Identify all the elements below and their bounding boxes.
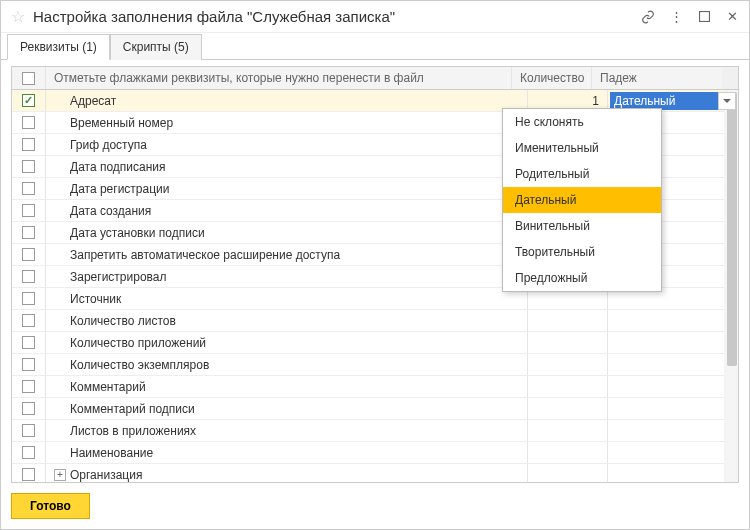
header-case[interactable]: Падеж bbox=[592, 67, 722, 89]
row-checkbox[interactable] bbox=[22, 468, 35, 481]
row-name: Адресат bbox=[70, 94, 116, 108]
header-name[interactable]: Отметьте флажками реквизиты, которые нуж… bbox=[46, 67, 512, 89]
row-name-cell: Источник bbox=[46, 288, 528, 309]
table-row[interactable]: Комментарий bbox=[12, 376, 738, 398]
maximize-icon[interactable] bbox=[697, 10, 711, 24]
row-checkbox[interactable] bbox=[22, 116, 35, 129]
row-checkbox[interactable] bbox=[22, 226, 35, 239]
table-row[interactable]: Количество экземпляров bbox=[12, 354, 738, 376]
row-name: Наименование bbox=[70, 446, 153, 460]
row-qty-cell bbox=[528, 420, 608, 441]
dropdown-item[interactable]: Винительный bbox=[503, 213, 661, 239]
table-row[interactable]: Количество приложений bbox=[12, 332, 738, 354]
row-check-cell bbox=[12, 156, 46, 177]
row-name: Запретить автоматическое расширение дост… bbox=[70, 248, 340, 262]
row-name: Дата регистрации bbox=[70, 182, 169, 196]
ready-button[interactable]: Готово bbox=[11, 493, 90, 519]
row-qty-cell bbox=[528, 442, 608, 463]
row-check-cell bbox=[12, 90, 46, 111]
row-qty-cell bbox=[528, 376, 608, 397]
tabs: Реквизиты (1) Скрипты (5) bbox=[1, 33, 749, 60]
row-name-cell: Зарегистрировал bbox=[46, 266, 528, 287]
row-name-cell: Дата регистрации bbox=[46, 178, 528, 199]
row-checkbox[interactable] bbox=[22, 424, 35, 437]
row-check-cell bbox=[12, 288, 46, 309]
row-name-cell: Адресат bbox=[46, 90, 528, 111]
row-check-cell bbox=[12, 376, 46, 397]
row-check-cell bbox=[12, 244, 46, 265]
row-name-cell: Количество листов bbox=[46, 310, 528, 331]
row-checkbox[interactable] bbox=[22, 182, 35, 195]
row-check-cell bbox=[12, 310, 46, 331]
expand-icon[interactable]: + bbox=[54, 469, 66, 481]
row-check-cell bbox=[12, 420, 46, 441]
row-checkbox[interactable] bbox=[22, 160, 35, 173]
case-dropdown-button[interactable] bbox=[718, 92, 736, 110]
window: ☆ Настройка заполнения файла "Служебная … bbox=[0, 0, 750, 530]
row-checkbox[interactable] bbox=[22, 336, 35, 349]
dropdown-item[interactable]: Именительный bbox=[503, 135, 661, 161]
row-name: Дата подписания bbox=[70, 160, 166, 174]
table-row[interactable]: Количество листов bbox=[12, 310, 738, 332]
row-check-cell bbox=[12, 178, 46, 199]
header-checkbox-col bbox=[12, 67, 46, 89]
table-row[interactable]: +Организация bbox=[12, 464, 738, 482]
row-checkbox[interactable] bbox=[22, 138, 35, 151]
more-icon[interactable]: ⋮ bbox=[669, 10, 683, 24]
row-name-cell: Дата установки подписи bbox=[46, 222, 528, 243]
table-row[interactable]: Комментарий подписи bbox=[12, 398, 738, 420]
tab-scripts[interactable]: Скрипты (5) bbox=[110, 34, 202, 60]
row-case-cell bbox=[608, 310, 738, 331]
row-name: Дата установки подписи bbox=[70, 226, 205, 240]
row-name-cell: +Организация bbox=[46, 464, 528, 482]
row-case-cell bbox=[608, 332, 738, 353]
row-name-cell: Временный номер bbox=[46, 112, 528, 133]
footer: Готово bbox=[1, 483, 749, 529]
row-checkbox[interactable] bbox=[22, 402, 35, 415]
link-icon[interactable] bbox=[641, 10, 655, 24]
case-input[interactable]: Дательный bbox=[610, 92, 718, 110]
row-name: Количество экземпляров bbox=[70, 358, 209, 372]
dropdown-item[interactable]: Родительный bbox=[503, 161, 661, 187]
row-name-cell: Листов в приложениях bbox=[46, 420, 528, 441]
row-name: Организация bbox=[70, 468, 142, 482]
row-case-cell bbox=[608, 464, 738, 482]
grid-header: Отметьте флажками реквизиты, которые нуж… bbox=[12, 67, 738, 90]
close-icon[interactable]: ✕ bbox=[725, 10, 739, 24]
header-qty[interactable]: Количество bbox=[512, 67, 592, 89]
row-name: Количество листов bbox=[70, 314, 176, 328]
row-check-cell bbox=[12, 222, 46, 243]
row-name-cell: Наименование bbox=[46, 442, 528, 463]
svg-rect-0 bbox=[699, 12, 709, 22]
row-checkbox[interactable] bbox=[22, 248, 35, 261]
dropdown-item[interactable]: Предложный bbox=[503, 265, 661, 291]
favorite-star-icon[interactable]: ☆ bbox=[11, 7, 25, 26]
row-name: Листов в приложениях bbox=[70, 424, 196, 438]
dropdown-item[interactable]: Не склонять bbox=[503, 109, 661, 135]
row-case-cell bbox=[608, 420, 738, 441]
row-checkbox[interactable] bbox=[22, 94, 35, 107]
row-name-cell: Комментарий bbox=[46, 376, 528, 397]
dropdown-item[interactable]: Дательный bbox=[503, 187, 661, 213]
row-name: Комментарий bbox=[70, 380, 146, 394]
row-name: Зарегистрировал bbox=[70, 270, 167, 284]
header-checkbox[interactable] bbox=[22, 72, 35, 85]
table-row[interactable]: Наименование bbox=[12, 442, 738, 464]
row-checkbox[interactable] bbox=[22, 446, 35, 459]
dropdown-item[interactable]: Творительный bbox=[503, 239, 661, 265]
row-check-cell bbox=[12, 332, 46, 353]
row-checkbox[interactable] bbox=[22, 204, 35, 217]
tab-requisites[interactable]: Реквизиты (1) bbox=[7, 34, 110, 60]
row-checkbox[interactable] bbox=[22, 270, 35, 283]
titlebar: ☆ Настройка заполнения файла "Служебная … bbox=[1, 1, 749, 33]
row-checkbox[interactable] bbox=[22, 358, 35, 371]
table-row[interactable]: Листов в приложениях bbox=[12, 420, 738, 442]
row-name-cell: Дата подписания bbox=[46, 156, 528, 177]
window-controls: ⋮ ✕ bbox=[641, 10, 739, 24]
row-checkbox[interactable] bbox=[22, 292, 35, 305]
row-checkbox[interactable] bbox=[22, 380, 35, 393]
row-qty-cell bbox=[528, 354, 608, 375]
row-name-cell: Комментарий подписи bbox=[46, 398, 528, 419]
row-qty-cell bbox=[528, 332, 608, 353]
row-checkbox[interactable] bbox=[22, 314, 35, 327]
